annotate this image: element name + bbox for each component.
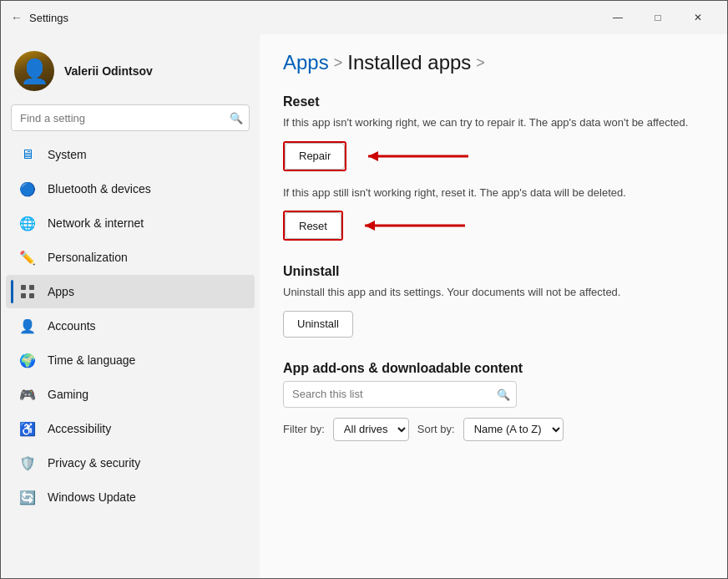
reset-title: Reset [283, 94, 704, 109]
repair-row: Repair [283, 141, 704, 171]
sidebar-search: 🔍 [11, 104, 250, 131]
titlebar-controls: — □ ✕ [599, 4, 717, 31]
sort-by-label: Sort by: [417, 423, 455, 435]
sidebar-item-update-label: Windows Update [48, 490, 136, 504]
settings-window: ← Settings — □ ✕ Valerii Odintsov 🔍 🖥 [0, 0, 728, 579]
uninstall-button[interactable]: Uninstall [283, 311, 353, 338]
sidebar-item-accessibility-label: Accessibility [48, 422, 111, 435]
repair-button[interactable]: Repair [285, 143, 345, 170]
sidebar-item-accounts[interactable]: 👤 Accounts [6, 309, 255, 343]
reset-second-description: If this app still isn't working right, r… [283, 185, 704, 201]
sidebar-item-apps[interactable]: Apps [6, 275, 255, 308]
sidebar-item-apps-label: Apps [48, 285, 74, 298]
filter-drives-select[interactable]: All drives [333, 418, 409, 441]
svg-rect-0 [21, 285, 26, 290]
reset-arrow [356, 216, 473, 236]
sidebar: Valerii Odintsov 🔍 🖥 System 🔵 Bluetooth … [1, 34, 260, 578]
titlebar-title: Settings [29, 12, 68, 24]
sidebar-item-system[interactable]: 🖥 System [6, 138, 255, 171]
repair-highlight: Repair [283, 141, 346, 171]
apps-icon [19, 283, 36, 300]
search-list-box: 🔍 [283, 381, 704, 408]
uninstall-section: Uninstall Uninstall this app and its set… [283, 264, 704, 338]
svg-marker-5 [368, 151, 378, 161]
sidebar-item-time[interactable]: 🌍 Time & language [6, 343, 255, 377]
sidebar-item-network-label: Network & internet [48, 216, 144, 230]
sidebar-item-privacy[interactable]: 🛡️ Privacy & security [6, 446, 255, 480]
breadcrumb-sep-2: > [476, 54, 485, 72]
update-icon: 🔄 [19, 489, 36, 505]
reset-highlight: Reset [283, 211, 343, 241]
sidebar-item-accounts-label: Accounts [48, 319, 96, 333]
filter-by-label: Filter by: [283, 423, 325, 435]
repair-arrow [360, 146, 477, 166]
content-area: Valerii Odintsov 🔍 🖥 System 🔵 Bluetooth … [1, 34, 727, 578]
sidebar-item-system-label: System [48, 148, 87, 161]
sort-select[interactable]: Name (A to Z) [463, 418, 564, 441]
maximize-button[interactable]: □ [639, 4, 677, 31]
breadcrumb-apps[interactable]: Apps [283, 51, 329, 74]
sidebar-item-bluetooth-label: Bluetooth & devices [48, 182, 151, 196]
sidebar-item-bluetooth[interactable]: 🔵 Bluetooth & devices [6, 172, 255, 206]
titlebar-left: ← Settings [11, 11, 599, 24]
personalization-icon: ✏️ [19, 249, 36, 266]
svg-rect-3 [29, 293, 34, 298]
breadcrumb-installed-apps: Installed apps [347, 51, 471, 74]
network-icon: 🌐 [19, 215, 36, 231]
bluetooth-icon: 🔵 [19, 180, 36, 197]
find-setting-input[interactable] [11, 104, 250, 131]
gaming-icon: 🎮 [19, 386, 36, 403]
breadcrumb: Apps > Installed apps > [283, 51, 704, 74]
svg-rect-2 [21, 293, 26, 298]
user-profile[interactable]: Valerii Odintsov [1, 41, 260, 104]
breadcrumb-sep-1: > [334, 54, 343, 72]
sidebar-item-personalization-label: Personalization [48, 251, 128, 264]
svg-marker-7 [365, 221, 375, 231]
search-icon: 🔍 [230, 112, 243, 124]
user-name: Valerii Odintsov [64, 64, 153, 78]
addons-section: App add-ons & downloadable content 🔍 Fil… [283, 361, 704, 441]
titlebar: ← Settings — □ ✕ [1, 1, 727, 34]
sidebar-item-time-label: Time & language [48, 353, 135, 367]
sidebar-item-privacy-label: Privacy & security [48, 456, 140, 470]
filter-row: Filter by: All drives Sort by: Name (A t… [283, 418, 704, 441]
accessibility-icon: ♿ [19, 420, 36, 437]
svg-rect-1 [29, 285, 34, 290]
close-button[interactable]: ✕ [679, 4, 717, 31]
main-content: Apps > Installed apps > Reset If this ap… [260, 34, 727, 578]
reset-button[interactable]: Reset [285, 212, 341, 239]
system-icon: 🖥 [19, 146, 36, 163]
uninstall-description: Uninstall this app and its settings. You… [283, 284, 704, 301]
reset-section: Reset If this app isn't working right, w… [283, 94, 704, 241]
sidebar-item-personalization[interactable]: ✏️ Personalization [6, 241, 255, 274]
addons-title: App add-ons & downloadable content [283, 361, 704, 376]
search-list-icon: 🔍 [497, 388, 510, 400]
reset-row: Reset [283, 211, 704, 241]
sidebar-item-gaming-label: Gaming [48, 388, 88, 401]
uninstall-title: Uninstall [283, 264, 704, 279]
sidebar-item-accessibility[interactable]: ♿ Accessibility [6, 412, 255, 445]
sidebar-item-gaming[interactable]: 🎮 Gaming [6, 378, 255, 411]
accounts-icon: 👤 [19, 317, 36, 334]
sidebar-item-update[interactable]: 🔄 Windows Update [6, 480, 255, 514]
minimize-button[interactable]: — [599, 4, 637, 31]
search-list-input[interactable] [283, 381, 517, 408]
time-icon: 🌍 [19, 352, 36, 368]
avatar [14, 51, 54, 91]
back-icon[interactable]: ← [11, 11, 23, 24]
sidebar-item-network[interactable]: 🌐 Network & internet [6, 206, 255, 240]
reset-description: If this app isn't working right, we can … [283, 114, 704, 131]
privacy-icon: 🛡️ [19, 455, 36, 471]
